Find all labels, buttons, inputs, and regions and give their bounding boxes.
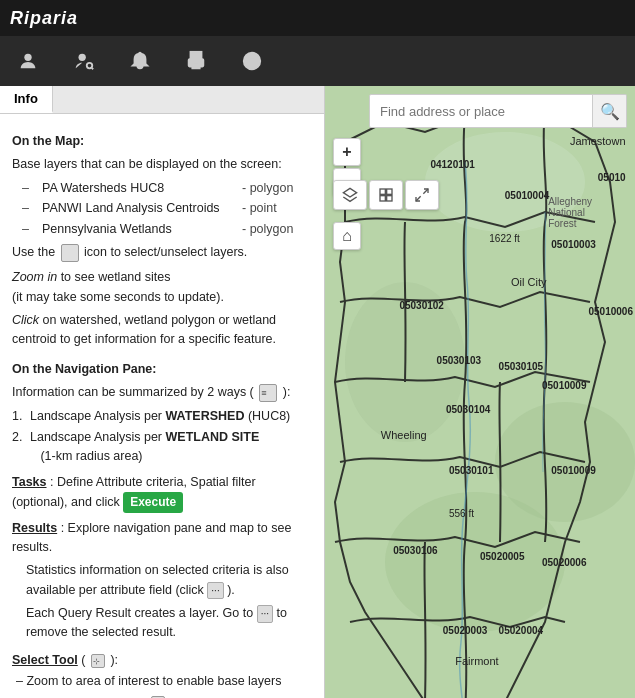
info-button[interactable] [234,43,270,79]
svg-point-19 [425,132,585,232]
search-input[interactable] [369,94,593,128]
search-button[interactable]: 🔍 [593,94,627,128]
layer-item: – Pennsylvania Wetlands - polygon [22,220,312,239]
svg-point-1 [79,54,86,61]
search-user-button[interactable] [66,43,102,79]
zoom-line: Zoom in to see wetland sites (it may tak… [12,268,312,307]
layer-icon-inline [61,244,79,262]
on-nav-title: On the Navigation Pane: [12,360,312,379]
tab-info[interactable]: Info [0,86,53,113]
main-content: Info On the Map: Base layers that can be… [0,86,635,698]
nav-items: 1. Landscape Analysis per WATERSHED (HUC… [12,407,312,467]
layers-list: – PA Watersheds HUC8 - polygon – PANWI L… [22,179,312,239]
nav-icon-inline: ≡ [259,384,277,402]
svg-marker-11 [343,188,356,197]
layer-item: – PA Watersheds HUC8 - polygon [22,179,312,198]
print-button[interactable] [178,43,214,79]
results-line2: Statistics information on selected crite… [26,561,312,600]
results-line3: Each Query Result creates a layer. Go to… [26,604,312,643]
notification-button[interactable] [122,43,158,79]
svg-point-7 [200,62,202,64]
info-content: On the Map: Base layers that can be disp… [0,114,324,698]
execute-label: Execute [123,492,183,513]
select-items: – Zoom to area of interest to enable bas… [16,672,312,698]
select-item-1: – Zoom to area of interest to enable bas… [16,672,312,691]
svg-rect-6 [192,63,199,69]
svg-rect-15 [387,196,392,201]
tab-bar: Info [0,86,324,114]
expand-button[interactable] [405,180,439,210]
nav-item-2: 2. Landscape Analysis per WETLAND SITE (… [12,428,312,467]
home-button[interactable]: ⌂ [333,222,361,250]
svg-rect-12 [380,189,385,194]
ellipsis-icon: ··· [207,582,223,600]
base-layers-text: Base layers that can be displayed on the… [12,155,312,174]
map-layer-controls [333,136,439,210]
results-section: Results : Explore navigation pane and ma… [12,519,312,643]
app-header: Riparia [0,0,635,36]
click-line: Click on watershed, wetland polygon or w… [12,311,312,350]
svg-line-17 [416,196,421,201]
left-panel: Info On the Map: Base layers that can be… [0,86,325,698]
select-tool-section: Select Tool ( ⊹ ): – Zoom to area of int… [12,651,312,698]
layer-item: – PANWI Land Analysis Centroids - point [22,199,312,218]
map-area[interactable]: 🔍 + − [325,86,635,698]
layers-button[interactable] [333,180,367,210]
svg-point-22 [385,492,565,632]
use-icon-line: Use the icon to select/unselect layers. [12,243,312,262]
svg-line-3 [92,68,93,69]
svg-point-10 [252,57,253,58]
goto-icon: ··· [257,605,273,623]
app-logo: Riparia [10,8,78,29]
nav-item-1: 1. Landscape Analysis per WATERSHED (HUC… [12,407,312,426]
map-background: 🔍 + − [325,86,635,698]
on-the-map-title: On the Map: [12,132,312,151]
basemap-button[interactable] [369,180,403,210]
select-item-2: – Go to Layer List icon () to enable Que… [16,694,312,698]
tasks-line: Tasks : Define Attribute criteria, Spati… [12,473,312,513]
svg-rect-4 [191,52,202,59]
svg-point-2 [87,63,93,69]
toolbar [0,36,635,86]
svg-rect-14 [380,196,385,201]
user-button[interactable] [10,43,46,79]
nav-summary: Information can be summarized by 2 ways … [12,383,312,402]
results-line1: Results : Explore navigation pane and ma… [12,519,312,558]
select-tool-icon: ⊹ [91,654,105,668]
search-bar: 🔍 [369,94,627,128]
svg-line-16 [423,189,428,194]
svg-point-0 [24,54,31,61]
svg-rect-13 [387,189,392,194]
